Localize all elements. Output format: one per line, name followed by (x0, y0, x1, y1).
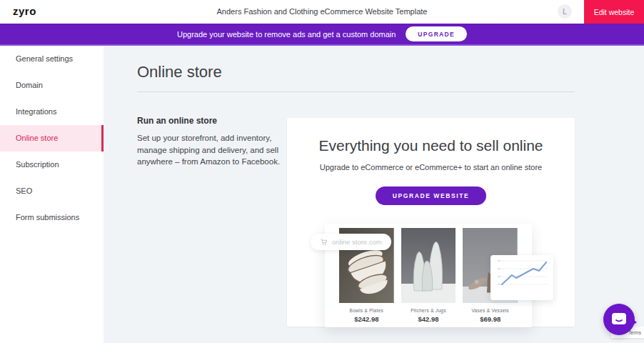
upgrade-button[interactable]: UPGRADE (406, 26, 467, 41)
title-divider (137, 91, 575, 92)
store-url-pill: online store.com (311, 234, 391, 250)
pitchers-product-image (401, 228, 456, 303)
store-url-text: online store.com (332, 238, 382, 246)
product-name: Pitchers & Jugs (401, 308, 456, 313)
sidebar-item-online-store[interactable]: Online store (0, 125, 104, 151)
upgrade-banner: Upgrade your website to remove ads and g… (0, 24, 644, 46)
settings-sidebar: General settings Domain Integrations Onl… (0, 46, 104, 343)
run-store-section: Run an online store Set up your storefro… (137, 116, 286, 168)
zyro-logo[interactable]: zyro (13, 5, 36, 17)
avatar[interactable]: L (558, 4, 572, 19)
terms-link[interactable]: Terms (628, 330, 641, 335)
sidebar-item-form-submissions[interactable]: Form submissions (0, 204, 104, 231)
sidebar-item-integrations[interactable]: Integrations (0, 99, 104, 125)
product-card: Pitchers & Jugs $42.98 (401, 228, 456, 323)
edit-website-button[interactable]: Edit website (584, 0, 644, 24)
promo-heading: Everything you need to sell online (287, 137, 575, 154)
sidebar-item-general-settings[interactable]: General settings (0, 46, 104, 72)
promo-subheading: Upgrade to eCommerce or eCommerce+ to st… (287, 163, 575, 172)
upgrade-banner-text: Upgrade your website to remove ads and g… (177, 30, 396, 39)
sidebar-item-subscription[interactable]: Subscription (0, 151, 104, 178)
product-name: Vases & Vessels (463, 308, 518, 313)
product-price: $242.98 (339, 315, 394, 323)
site-title: Anders Fashion and Clothing eCommerce We… (0, 0, 644, 24)
chat-bubble-icon (610, 312, 628, 327)
sparkline-path (502, 262, 546, 284)
product-price: $69.98 (463, 315, 518, 323)
run-store-description: Set up your storefront, add inventory, m… (137, 132, 286, 168)
top-bar: Anders Fashion and Clothing eCommerce We… (0, 0, 644, 24)
sidebar-item-domain[interactable]: Domain (0, 72, 104, 99)
cart-icon (320, 238, 328, 246)
chat-button[interactable] (603, 304, 635, 335)
sales-sparkline (490, 255, 553, 300)
product-price: $42.98 (401, 315, 456, 323)
sidebar-item-seo[interactable]: SEO (0, 178, 104, 204)
product-name: Bowls & Plates (339, 308, 394, 313)
sales-chart-card (490, 255, 553, 300)
run-store-heading: Run an online store (137, 116, 286, 126)
upgrade-website-button[interactable]: UPGRADE WEBSITE (376, 187, 487, 205)
page-title: Online store (137, 63, 222, 81)
